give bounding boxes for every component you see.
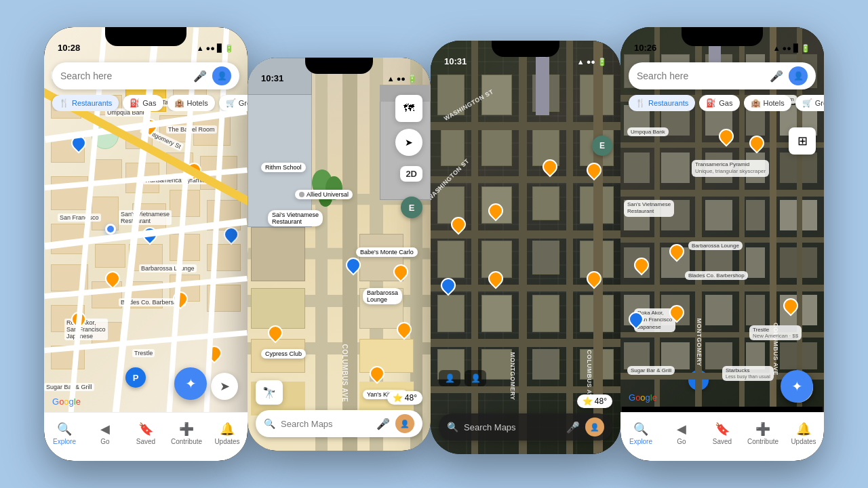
phone-2-time: 10:31 <box>261 73 283 83</box>
search-text: Search here <box>60 70 188 81</box>
phone-1-time: 10:28 <box>58 43 80 53</box>
sat-marker-orange-6 <box>587 271 600 287</box>
phone-4-notch <box>682 27 763 46</box>
layers-button-4[interactable]: ⊞ <box>789 127 816 155</box>
p4-marker-orange-5 <box>669 305 683 321</box>
p4-marker-orange-3 <box>719 129 732 145</box>
nav-contribute[interactable]: ➕ Contribute <box>166 413 207 454</box>
category-groceries[interactable]: 🛒 Groceries <box>219 95 248 111</box>
search-text-3: Search Maps <box>464 422 561 432</box>
category-restaurants-4[interactable]: 🍴 Restaurants <box>629 95 695 111</box>
avatar-2[interactable]: 👤 <box>395 414 414 433</box>
avatar-3[interactable]: 👤 <box>585 418 604 436</box>
user-e-avatar-3[interactable]: E <box>592 136 612 156</box>
binoculars-button[interactable]: 🔭 <box>256 380 283 405</box>
category-gas-4[interactable]: ⛽ Gas <box>699 95 739 111</box>
cypress-club-label: Cypress Club <box>261 349 306 359</box>
mic-icon-4[interactable]: 🎤 <box>770 70 783 83</box>
mic-icon-3[interactable]: 🎤 <box>566 421 580 434</box>
category-restaurants[interactable]: 🍴 Restaurants <box>52 95 119 111</box>
nav-go-4[interactable]: ◀ Go <box>661 413 702 454</box>
phone-2-screen: 10:31 ▲ ●● 🔋 COLUMBUS AVE <box>248 58 431 451</box>
nav-contribute-4[interactable]: ➕ Contribute <box>743 413 783 454</box>
phone-3-time: 10:31 <box>444 56 467 66</box>
navigate-button[interactable]: ➤ <box>211 373 238 400</box>
nav-explore-4[interactable]: 🔍 Explore <box>620 413 661 454</box>
map-pin-blue-2d <box>346 258 359 274</box>
map-label-sansviet: San's VietnameseRestaurant <box>119 210 172 225</box>
fab-button-4[interactable]: ✦ <box>781 370 813 403</box>
search-icon-3: 🔍 <box>447 422 458 432</box>
phone-4-time: 10:26 <box>634 43 656 53</box>
temperature-badge-3: ⭐ 48° <box>577 394 612 408</box>
nav-go[interactable]: ◀ Go <box>85 413 125 454</box>
phone-3-notch <box>492 41 559 57</box>
map-label-barbarossa: Barbarossa Lounge <box>139 264 197 272</box>
sansviet-label-p4: San's VietnameseRestaurant <box>624 200 674 217</box>
google-logo-4: Google <box>629 392 657 403</box>
barbarossa-2-label: BarbarossaLounge <box>363 288 402 304</box>
category-hotels-4[interactable]: 🏨 Hotels <box>744 95 791 111</box>
location-dot <box>105 224 116 235</box>
phone-4-bottom-nav: 🔍 Explore ◀ Go 🔖 Saved ➕ Contribute 🔔 <box>620 412 824 461</box>
nav-saved[interactable]: 🔖 Saved <box>125 413 166 454</box>
fab-button[interactable]: ✦ <box>174 367 207 400</box>
starbucks-label-p4: StarbucksLess busy than usual <box>722 366 774 381</box>
rithm-school-label: Rithm School <box>261 163 306 172</box>
phone-1-status-icons: ▲ ●● ▊ 🔋 <box>197 44 234 53</box>
category-gas[interactable]: ⛽ Gas <box>123 95 163 111</box>
montgomery-label-p4: MONTGOMERY <box>696 318 703 366</box>
marker-blue-1 <box>224 227 237 243</box>
phone-1-screen: 10:28 ▲ ●● ▊ 🔋 <box>44 27 248 461</box>
sat-marker-orange-4 <box>587 163 600 179</box>
trestle-label-p4: TrestleNew American · $$ <box>749 325 802 340</box>
marker-3d-orange-2 <box>370 366 383 382</box>
sais-vietnamese-label: Sai's VietnameseRestaurant <box>268 210 323 226</box>
mic-icon-2[interactable]: 🎤 <box>376 418 390 430</box>
user-avatar[interactable]: 👤 <box>212 66 231 85</box>
user-avatar-4[interactable]: 👤 <box>789 66 808 85</box>
phone-1-bottom-nav: 🔍 Explore ◀ Go 🔖 Saved ➕ Contribute 🔔 <box>44 412 248 461</box>
sat-marker-orange-1 <box>451 217 465 233</box>
phone-2: 10:31 ▲ ●● 🔋 COLUMBUS AVE <box>248 58 431 451</box>
2d-button[interactable]: 2D <box>400 166 422 182</box>
search-text-4: Search here <box>637 70 764 81</box>
map-label-sanfrancisco: San Francisco <box>58 214 101 222</box>
nav-saved-4[interactable]: 🔖 Saved <box>702 413 743 454</box>
search-icon-2: 🔍 <box>264 418 275 429</box>
phone-2-status-icons: ▲ ●● 🔋 <box>387 75 417 83</box>
temperature-badge: ⭐ 48° <box>387 391 422 405</box>
compass-button[interactable]: ➤ <box>395 129 422 156</box>
parking-pin[interactable]: P <box>125 367 146 388</box>
babe-monte-carlo-label: Babe's Monte Carlo <box>356 247 418 257</box>
p4-marker-orange-2 <box>669 244 683 260</box>
marker-orange-3 <box>105 271 119 287</box>
category-groceries-4[interactable]: 🛒 Groceries <box>795 95 824 111</box>
phone-3-screen: 10:31 ▲ ●● 🔋 <box>431 41 620 454</box>
phone-4-search-bar[interactable]: Search here 🎤 👤 <box>629 62 816 89</box>
nav-updates[interactable]: 🔔 Updates <box>207 413 248 454</box>
transamerica-label-p4: Transamerica PyramidUnique, triangular s… <box>692 160 769 177</box>
phone-3-status-icons: ▲ ●● 🔋 <box>577 58 607 66</box>
phone-4-screen: 10:26 ▲ ●● ▊ 🔋 <box>620 27 824 461</box>
nav-explore[interactable]: 🔍 Explore <box>44 413 85 454</box>
phone-3-satellite-map[interactable]: WASHINGTON ST MONTGOMERY COLUMBUS AVE WA… <box>431 41 620 454</box>
map-type-button[interactable]: 🗺 <box>395 95 422 122</box>
sat-marker-orange-5 <box>488 271 502 287</box>
phone-1-search-bar[interactable]: Search here 🎤 👤 <box>52 62 239 89</box>
user-e-avatar[interactable]: E <box>401 197 422 218</box>
map-label-trestle: Trestle <box>132 349 155 357</box>
phone-2-search-bar[interactable]: 🔍 Search Maps 🎤 👤 <box>256 410 422 437</box>
phone-3-search-bar[interactable]: 🔍 Search Maps 🎤 👤 <box>439 413 612 441</box>
marker-3d-orange-4 <box>393 264 407 281</box>
nav-updates-4[interactable]: 🔔 Updates <box>783 413 824 454</box>
street-icons: 👤 👤 <box>439 370 486 386</box>
phone-1: 10:28 ▲ ●● ▊ 🔋 <box>44 27 248 461</box>
phone-3: 10:31 ▲ ●● 🔋 <box>431 41 620 454</box>
columbus-ave-label: COLUMBUS AVE <box>341 344 349 403</box>
phone-1-categories: 🍴 Restaurants ⛽ Gas 🏨 Hotels 🛒 Groceries <box>44 95 248 111</box>
map-label-sugar: Sugar Bar & Grill <box>44 383 94 391</box>
phone-4-categories: 🍴 Restaurants ⛽ Gas 🏨 Hotels 🛒 Groceries <box>620 95 824 111</box>
category-hotels[interactable]: 🏨 Hotels <box>167 95 215 111</box>
mic-icon[interactable]: 🎤 <box>193 70 207 83</box>
